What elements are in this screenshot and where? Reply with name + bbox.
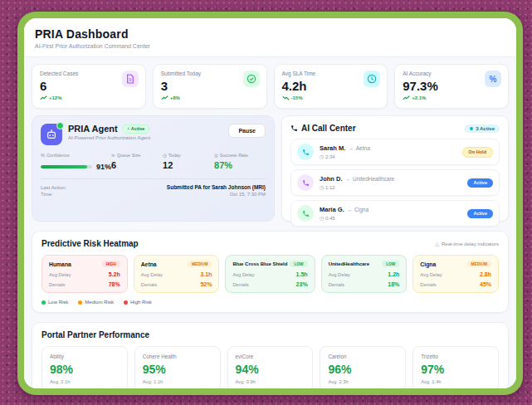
- caller-name: Maria G.: [320, 206, 344, 213]
- call-row-john[interactable]: John D. → UnitedHealthcare ◷ 1:12 Active: [290, 169, 500, 196]
- phone-icon: [290, 124, 298, 132]
- partner-card-cohere-health: Cohere Health 95% Avg: 1.1h: [134, 346, 221, 388]
- risk-badge: HIGH: [102, 261, 120, 267]
- high-risk-dot-icon: [124, 300, 128, 305]
- decorative-purple-frame: PRIA Dashboard AI-First Prior Authorizat…: [0, 0, 532, 405]
- partner-avg: Avg: 1.1h: [143, 379, 212, 384]
- phone-icon: [297, 205, 314, 222]
- arrow-icon: →: [348, 145, 354, 151]
- queue-size-value: 6: [111, 160, 163, 170]
- stat-trend: +2.1%: [403, 95, 500, 100]
- today-value: 12: [163, 160, 214, 170]
- online-status-dot: [56, 122, 64, 129]
- partner-card-carelon: Carelon 96% Avg: 2.3h: [320, 346, 406, 388]
- trend-up-icon: [161, 95, 168, 100]
- success-rate-value: 87%: [214, 160, 266, 170]
- call-status-badge: On Hold: [462, 147, 493, 158]
- avg-delay-value: 2.8h: [480, 271, 491, 277]
- partner-name: eviCore: [236, 354, 305, 359]
- risk-heatmap-card: Predictive Risk Heatmap △ Real-time dela…: [32, 231, 509, 313]
- avg-delay-value: 3.1h: [200, 271, 212, 277]
- denials-value: 23%: [296, 281, 308, 287]
- call-duration: ◷ 0:45: [320, 215, 467, 221]
- metric-confidence: %Confidence 91%: [41, 153, 111, 171]
- heatmap-card-unitedhealthcare: UnitedHealthcare LOW Avg Delay1.2h Denia…: [321, 255, 408, 293]
- last-action-value: Submitted PA for Sarah Johnson (MRI): [167, 184, 266, 190]
- arrow-icon: →: [347, 207, 353, 212]
- denials-value: 18%: [388, 281, 399, 287]
- call-status-badge: Active: [467, 209, 493, 218]
- risk-badge: LOW: [382, 261, 399, 267]
- phone-icon: [297, 144, 314, 160]
- last-action-section: Last Action: Submitted PA for Sarah John…: [41, 178, 266, 197]
- stat-card-detected-cases: Detected Cases 6 +12%: [32, 64, 146, 109]
- avg-delay-label: Avg Delay: [232, 272, 254, 277]
- caller-name: John D.: [320, 175, 343, 183]
- confidence-value: 91%: [96, 163, 111, 171]
- call-center-title: AI Call Center: [301, 124, 356, 133]
- last-action-label: Last Action:: [41, 185, 66, 190]
- partner-avg: Avg: 2.3h: [328, 379, 398, 384]
- dashboard-header: PRIA Dashboard AI-First Prior Authorizat…: [24, 18, 516, 56]
- page-subtitle: AI-First Prior Authorization Command Cen…: [35, 43, 505, 49]
- agent-active-badge: ⚡ Active: [122, 124, 150, 134]
- partner-value: 98%: [50, 363, 120, 376]
- partner-card-trizetto: Trizetto 97% Avg: 1.4h: [412, 346, 499, 388]
- metric-today: ◷Today 12: [163, 153, 214, 171]
- heatmap-card-aetna: Aetna MEDIUM Avg Delay3.1h Denials52%: [134, 255, 220, 293]
- partner-card-evicore: eviCore 94% Avg: 0.9h: [227, 346, 314, 388]
- heatmap-title: Predictive Risk Heatmap: [41, 239, 139, 248]
- avg-delay-label: Avg Delay: [141, 272, 163, 277]
- dashboard-body: Detected Cases 6 +12% Submitted Today 3: [24, 56, 516, 388]
- trend-up-icon: [40, 95, 47, 100]
- risk-badge: MEDIUM: [188, 261, 212, 267]
- avg-delay-value: 5.2h: [109, 271, 120, 277]
- partner-name: Carelon: [328, 354, 398, 359]
- stat-trend-value: +2.1%: [412, 95, 426, 100]
- stat-trend: -15%: [282, 95, 380, 100]
- stats-row: Detected Cases 6 +12% Submitted Today 3: [32, 64, 509, 109]
- partner-card-ability: Ability 98% Avg: 2.1h: [41, 346, 128, 388]
- portal-partner-card: Portal Partner Performance Ability 98% A…: [32, 322, 509, 388]
- call-row-maria[interactable]: Maria G. → Cigna ◷ 0:45 Active: [290, 200, 500, 227]
- ai-call-center-card: AI Call Center 3 Active: [281, 115, 509, 222]
- metric-queue-size: ≋Queue Size 6: [111, 153, 163, 171]
- robot-icon: [41, 124, 62, 145]
- denials-value: 52%: [200, 281, 212, 287]
- target-mini-icon: ◎: [214, 153, 218, 158]
- denials-label: Denials: [232, 282, 248, 287]
- partner-avg: Avg: 1.4h: [421, 379, 491, 384]
- call-duration: ◷ 1:12: [320, 184, 467, 190]
- payer-name: Cigna: [420, 261, 436, 267]
- risk-badge: MEDIUM: [467, 261, 491, 267]
- agent-subtitle: AI-Powered Prior Authorization Agent: [68, 135, 228, 140]
- partner-value: 96%: [328, 363, 398, 376]
- payer-name: Aetna: [141, 261, 157, 267]
- payer-name: Cigna: [354, 207, 368, 212]
- confidence-progress-fill: [41, 165, 87, 168]
- stat-trend-value: -15%: [291, 95, 303, 100]
- avg-delay-label: Avg Delay: [49, 272, 71, 277]
- legend-label-low: Low Risk: [48, 300, 68, 305]
- warning-triangle-icon: △: [435, 241, 439, 246]
- avg-delay-value: 1.5h: [296, 271, 308, 277]
- payer-name: UnitedHealthcare: [329, 261, 369, 266]
- time-value: Oct 15, 7:30 PM: [230, 192, 266, 197]
- percent-icon: %: [485, 71, 501, 87]
- confidence-progress-track: [41, 165, 92, 168]
- check-circle-icon: [243, 71, 260, 87]
- payer-name: Aetna: [356, 145, 370, 151]
- stat-card-submitted-today: Submitted Today 3 +8%: [153, 64, 267, 109]
- partner-value: 94%: [236, 363, 305, 376]
- heatmap-card-cigna: Cigna MEDIUM Avg Delay2.8h Denials45%: [412, 255, 499, 293]
- legend-label-medium: Medium Risk: [85, 300, 114, 305]
- pause-button[interactable]: Pause: [228, 124, 266, 138]
- clock-icon: [364, 71, 380, 87]
- heatmap-note: △ Real-time delay indicators: [435, 241, 499, 246]
- partner-value: 97%: [421, 363, 491, 376]
- call-row-sarah[interactable]: Sarah M. → Aetna ◷ 2:34 On Hold: [290, 139, 500, 165]
- partners-row: Ability 98% Avg: 2.1h Cohere Health 95% …: [41, 346, 499, 388]
- heatmap-card-bcbs: Blue Cross Blue Shield LOW Avg Delay1.5h…: [225, 255, 315, 293]
- page-title: PRIA Dashboard: [35, 27, 505, 41]
- agent-callcenter-row: PRIA Agent ⚡ Active AI-Powered Prior Aut…: [32, 115, 509, 222]
